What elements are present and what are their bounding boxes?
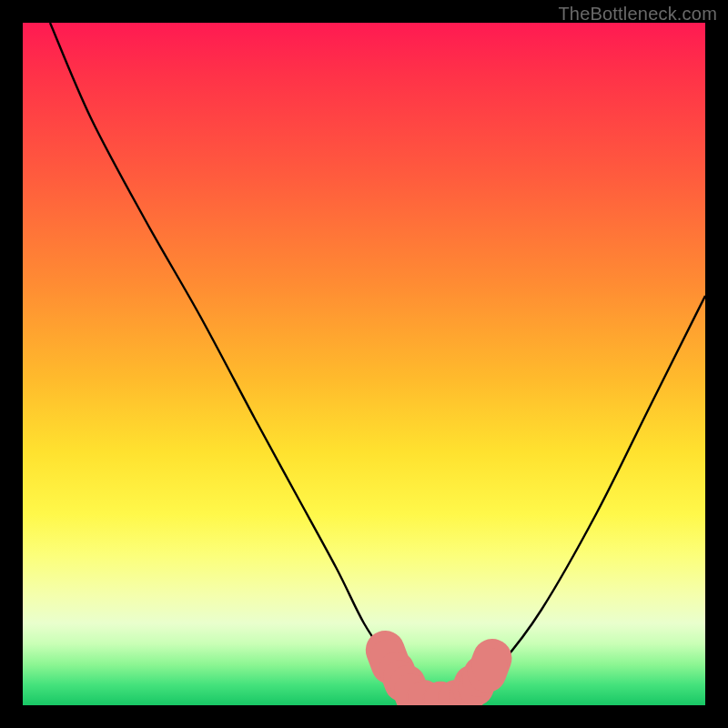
chart-frame: TheBottleneck.com [0, 0, 728, 728]
plot-area [23, 23, 705, 705]
gradient-background [23, 23, 705, 705]
watermark-text: TheBottleneck.com [558, 4, 717, 25]
